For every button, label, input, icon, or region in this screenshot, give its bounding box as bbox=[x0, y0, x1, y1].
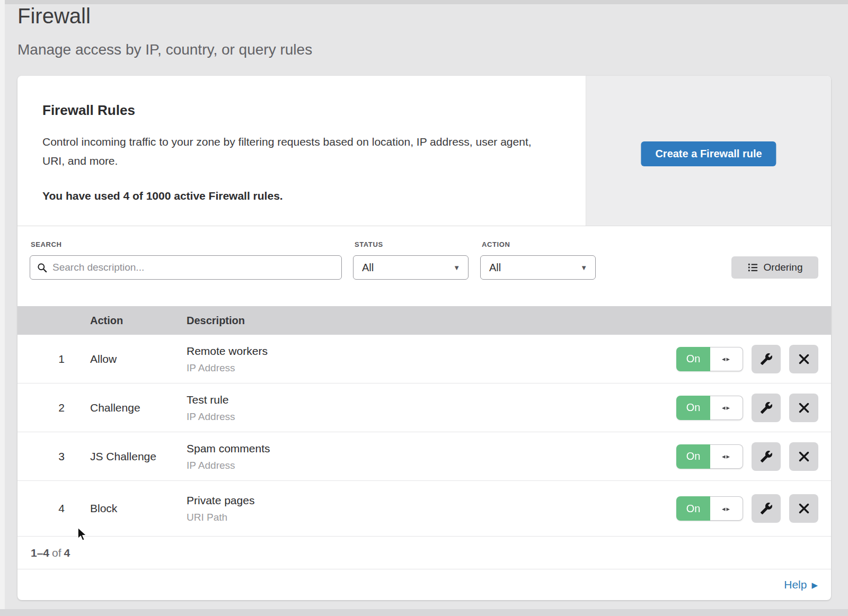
create-firewall-rule-button[interactable]: Create a Firewall rule bbox=[641, 141, 776, 166]
chevron-down-icon: ▼ bbox=[453, 264, 460, 272]
card-footer: Help ▶ bbox=[17, 569, 831, 600]
rule-priority: 4 bbox=[50, 502, 73, 515]
help-arrow-icon: ▶ bbox=[811, 579, 818, 590]
chevron-down-icon: ▼ bbox=[580, 264, 587, 272]
column-header-action: Action bbox=[90, 315, 123, 327]
search-box[interactable] bbox=[30, 255, 342, 280]
rule-action: Challenge bbox=[90, 401, 140, 414]
rule-description: Test rule bbox=[187, 393, 235, 406]
card-description: Control incoming traffic to your zone by… bbox=[42, 132, 546, 171]
edit-rule-button[interactable] bbox=[752, 442, 781, 471]
rule-match-type: IP Address bbox=[187, 410, 235, 422]
table-row: 3 JS Challenge Spam comments IP Address … bbox=[17, 432, 831, 481]
create-rule-panel: Create a Firewall rule bbox=[586, 76, 831, 226]
ordered-list-icon bbox=[747, 262, 758, 273]
edit-rule-button[interactable] bbox=[752, 345, 781, 373]
rule-description: Private pages bbox=[187, 494, 254, 507]
ordering-button[interactable]: Ordering bbox=[731, 256, 818, 279]
card-intro-section: Firewall Rules Control incoming traffic … bbox=[17, 76, 831, 226]
page-subtitle: Manage access by IP, country, or query r… bbox=[17, 41, 312, 58]
close-icon bbox=[798, 402, 810, 414]
window-edge-left bbox=[0, 0, 5, 616]
toggle-on-label: On bbox=[676, 496, 710, 521]
delete-rule-button[interactable] bbox=[789, 345, 818, 373]
rule-match-type: URI Path bbox=[187, 512, 254, 523]
close-icon bbox=[798, 503, 810, 514]
toggle-on-label: On bbox=[676, 347, 710, 371]
close-icon bbox=[798, 353, 810, 365]
firewall-rules-card: Firewall Rules Control incoming traffic … bbox=[17, 76, 831, 600]
delete-rule-button[interactable] bbox=[789, 494, 818, 523]
rule-action: Block bbox=[90, 502, 117, 515]
filters-bar: SEARCH STATUS All ▼ ACTION All ▼ bbox=[17, 227, 831, 302]
close-icon bbox=[798, 451, 810, 462]
table-row: 2 Challenge Test rule IP Address On ◂▸ bbox=[17, 383, 831, 432]
toggle-arrows-icon: ◂▸ bbox=[710, 496, 743, 521]
rule-match-type: IP Address bbox=[187, 362, 268, 373]
rule-priority: 3 bbox=[50, 450, 73, 463]
wrench-icon bbox=[760, 450, 773, 463]
status-select[interactable]: All ▼ bbox=[353, 255, 469, 280]
toggle-arrows-icon: ◂▸ bbox=[710, 444, 743, 469]
rule-priority: 1 bbox=[50, 353, 73, 365]
pagination-of: of bbox=[49, 547, 64, 559]
toggle-on-label: On bbox=[676, 444, 710, 469]
rule-enabled-toggle[interactable]: On ◂▸ bbox=[676, 444, 743, 469]
usage-summary: You have used 4 of 1000 active Firewall … bbox=[42, 190, 551, 202]
search-icon bbox=[37, 263, 47, 273]
rule-description: Remote workers bbox=[187, 344, 268, 357]
ordering-button-label: Ordering bbox=[764, 262, 803, 273]
wrench-icon bbox=[760, 502, 773, 515]
action-label: ACTION bbox=[482, 240, 510, 248]
wrench-icon bbox=[760, 353, 773, 365]
table-header: Action Description bbox=[17, 306, 831, 335]
rule-priority: 2 bbox=[50, 401, 73, 414]
help-link-label: Help bbox=[784, 578, 807, 591]
rule-enabled-toggle[interactable]: On ◂▸ bbox=[676, 347, 743, 371]
rule-enabled-toggle[interactable]: On ◂▸ bbox=[676, 396, 743, 420]
rule-description: Spam comments bbox=[187, 442, 270, 454]
delete-rule-button[interactable] bbox=[789, 442, 818, 471]
pagination-range: 1–4 bbox=[31, 547, 49, 559]
toggle-arrows-icon: ◂▸ bbox=[710, 396, 743, 420]
status-label: STATUS bbox=[355, 240, 383, 248]
action-select[interactable]: All ▼ bbox=[480, 255, 596, 280]
rule-action: Allow bbox=[90, 353, 117, 365]
search-input[interactable] bbox=[52, 262, 334, 273]
delete-rule-button[interactable] bbox=[789, 394, 818, 422]
pagination-total: 4 bbox=[64, 547, 70, 559]
edit-rule-button[interactable] bbox=[752, 394, 781, 422]
rule-enabled-toggle[interactable]: On ◂▸ bbox=[676, 496, 743, 521]
toggle-on-label: On bbox=[676, 396, 710, 420]
column-header-description: Description bbox=[187, 315, 245, 327]
window-edge-bottom bbox=[0, 609, 848, 616]
rule-action: JS Challenge bbox=[90, 450, 156, 463]
toggle-arrows-icon: ◂▸ bbox=[710, 347, 743, 371]
window-edge-top bbox=[5, 0, 848, 4]
help-link[interactable]: Help ▶ bbox=[784, 578, 818, 591]
pagination-bar: 1–4of4 bbox=[17, 537, 831, 569]
table-row: 1 Allow Remote workers IP Address On ◂▸ bbox=[17, 335, 831, 383]
card-heading: Firewall Rules bbox=[42, 102, 551, 119]
action-select-value: All bbox=[489, 262, 501, 274]
wrench-icon bbox=[760, 401, 773, 414]
table-row: 4 Block Private pages URI Path On ◂▸ bbox=[17, 481, 831, 537]
edit-rule-button[interactable] bbox=[752, 494, 781, 523]
status-select-value: All bbox=[362, 262, 374, 274]
rule-match-type: IP Address bbox=[187, 459, 270, 471]
page-title: Firewall bbox=[17, 4, 91, 28]
rules-table-body: 1 Allow Remote workers IP Address On ◂▸ bbox=[17, 335, 831, 537]
search-label: SEARCH bbox=[31, 240, 62, 248]
